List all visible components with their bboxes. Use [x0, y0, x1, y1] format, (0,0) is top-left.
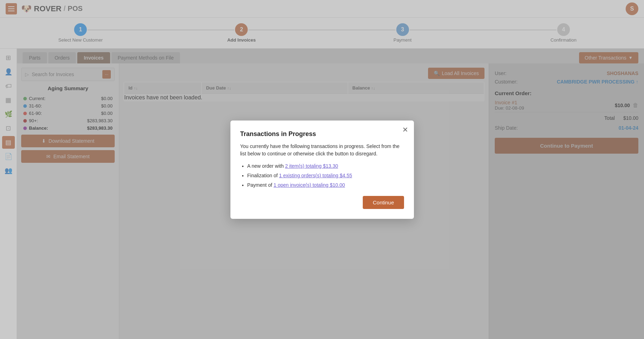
modal-title: Transactions in Progress — [240, 130, 404, 138]
modal-dialog: Transactions in Progress ✕ You currently… — [230, 121, 414, 219]
list-item: Finalization of 1 existing orders(s) tot… — [247, 172, 404, 179]
item-3-prefix: Payment of — [247, 182, 274, 188]
modal-close-button[interactable]: ✕ — [402, 125, 408, 134]
modal-continue-button[interactable]: Continue — [363, 196, 404, 209]
item-3-link[interactable]: 1 open invoice(s) totaling $10.00 — [273, 182, 345, 188]
modal-footer: Continue — [240, 196, 404, 209]
modal-overlay: Transactions in Progress ✕ You currently… — [0, 0, 644, 339]
item-2-link[interactable]: 1 existing orders(s) totaling $4.55 — [279, 173, 352, 178]
item-1-link[interactable]: 2 item(s) totaling $13.30 — [285, 163, 338, 169]
list-item: Payment of 1 open invoice(s) totaling $1… — [247, 181, 404, 189]
list-item: A new order with 2 item(s) totaling $13.… — [247, 162, 404, 170]
modal-description: You currently have the following transac… — [240, 143, 404, 158]
modal-transactions-list: A new order with 2 item(s) totaling $13.… — [240, 162, 404, 189]
item-1-prefix: A new order with — [247, 163, 285, 169]
item-2-prefix: Finalization of — [247, 173, 279, 178]
